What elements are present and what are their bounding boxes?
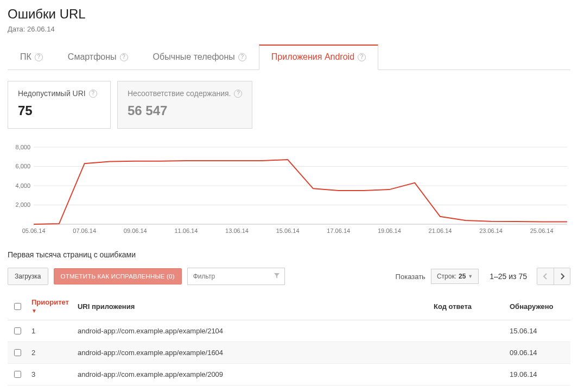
page-range: 1–25 из 75 (490, 272, 527, 281)
rows-label: Строк: (437, 273, 456, 280)
svg-text:8,000: 8,000 (16, 144, 31, 150)
col-code-header[interactable]: Код ответа (429, 293, 505, 320)
card-value: 75 (18, 103, 100, 118)
filter-icon (274, 273, 280, 281)
col-priority-header[interactable]: Приоритет ▼ (27, 293, 73, 320)
error-type-cards: Недопустимый URI ? 75 Несоответствие сод… (8, 81, 570, 129)
tab-label: ПК (20, 52, 31, 62)
svg-text:2,000: 2,000 (16, 202, 31, 208)
cell-code (429, 342, 505, 364)
help-icon[interactable]: ? (238, 53, 246, 61)
card-invalid-uri[interactable]: Недопустимый URI ? 75 (8, 81, 111, 129)
svg-text:6,000: 6,000 (16, 163, 31, 170)
col-detected-header[interactable]: Обнаружено (505, 293, 570, 320)
tab-smartphones[interactable]: Смартфоны ? (55, 45, 141, 70)
help-icon[interactable]: ? (358, 53, 366, 61)
svg-text:15.06.14: 15.06.14 (276, 227, 300, 234)
card-title-text: Несоответствие содержания. (128, 89, 231, 98)
errors-chart: 2,0004,0006,0008,00005.06.1407.06.1409.0… (8, 144, 570, 236)
cell-detected: 09.06.14 (505, 342, 570, 364)
prev-page-button[interactable] (537, 268, 554, 284)
table-row[interactable]: 1 android-app://com.example.app/example/… (8, 320, 570, 342)
sort-desc-icon: ▼ (31, 308, 37, 314)
help-icon[interactable]: ? (89, 90, 97, 98)
tab-label: Приложения Android (271, 52, 354, 62)
show-label: Показать (396, 273, 425, 281)
tab-pc[interactable]: ПК ? (8, 45, 55, 70)
rows-value: 25 (459, 273, 466, 280)
cell-uri: android-app://com.example.app/example/21… (73, 320, 429, 342)
table-row[interactable]: 3 android-app://com.example.app/example/… (8, 364, 570, 385)
svg-text:21.06.14: 21.06.14 (429, 227, 452, 234)
card-content-mismatch[interactable]: Несоответствие содержания. ? 56 547 (117, 81, 252, 129)
cell-priority: 2 (27, 342, 73, 364)
cell-priority: 3 (27, 364, 73, 385)
section-title: Первая тысяча страниц с ошибками (8, 250, 570, 259)
row-checkbox[interactable] (14, 327, 21, 334)
row-checkbox[interactable] (14, 371, 21, 378)
help-icon[interactable]: ? (120, 53, 128, 61)
select-all-checkbox[interactable] (14, 303, 21, 310)
svg-text:09.06.14: 09.06.14 (124, 227, 147, 234)
svg-text:19.06.14: 19.06.14 (378, 227, 401, 234)
table-row[interactable]: 2 android-app://com.example.app/example/… (8, 342, 570, 364)
cell-code (429, 320, 505, 342)
page-title: Ошибки URL (8, 7, 570, 22)
next-page-button[interactable] (554, 268, 570, 284)
filter-input[interactable] (192, 272, 263, 281)
help-icon[interactable]: ? (35, 53, 43, 61)
cell-detected: 15.06.14 (505, 320, 570, 342)
download-button[interactable]: Загрузка (8, 268, 48, 285)
cell-uri: android-app://com.example.app/example/20… (73, 364, 429, 385)
mark-fixed-button[interactable]: ОТМЕТИТЬ КАК ИСПРАВЛЕННЫЕ (0) (54, 268, 182, 284)
errors-table: Приоритет ▼ URI приложения Код ответа Об… (8, 293, 570, 385)
svg-text:23.06.14: 23.06.14 (479, 227, 503, 234)
svg-text:25.06.14: 25.06.14 (530, 227, 554, 234)
col-uri-header[interactable]: URI приложения (73, 293, 429, 320)
svg-text:13.06.14: 13.06.14 (225, 227, 249, 234)
card-title-text: Недопустимый URI (18, 89, 86, 98)
tab-feature-phones[interactable]: Обычные телефоны ? (141, 45, 259, 70)
page-date: Дата: 26.06.14 (8, 25, 570, 33)
tab-label: Смартфоны (68, 52, 117, 62)
card-value: 56 547 (128, 103, 242, 118)
cell-uri: android-app://com.example.app/example/16… (73, 342, 429, 364)
device-tabs: ПК ? Смартфоны ? Обычные телефоны ? Прил… (8, 44, 570, 70)
chevron-down-icon: ▼ (468, 274, 473, 279)
cell-priority: 1 (27, 320, 73, 342)
svg-text:4,000: 4,000 (16, 182, 31, 189)
help-icon[interactable]: ? (234, 90, 242, 98)
rows-per-page-button[interactable]: Строк: 25 ▼ (431, 269, 479, 284)
cell-detected: 19.06.14 (505, 364, 570, 385)
tab-android-apps[interactable]: Приложения Android ? (259, 45, 378, 70)
svg-text:07.06.14: 07.06.14 (73, 227, 96, 234)
row-checkbox[interactable] (14, 349, 21, 356)
tab-label: Обычные телефоны (153, 52, 235, 62)
cell-code (429, 364, 505, 385)
table-toolbar: Загрузка ОТМЕТИТЬ КАК ИСПРАВЛЕННЫЕ (0) П… (8, 268, 570, 285)
filter-box[interactable] (187, 268, 285, 285)
svg-text:17.06.14: 17.06.14 (327, 227, 350, 234)
pager (537, 268, 570, 285)
header-text: Приоритет (31, 298, 69, 306)
svg-text:11.06.14: 11.06.14 (174, 227, 198, 234)
svg-text:05.06.14: 05.06.14 (22, 227, 46, 234)
